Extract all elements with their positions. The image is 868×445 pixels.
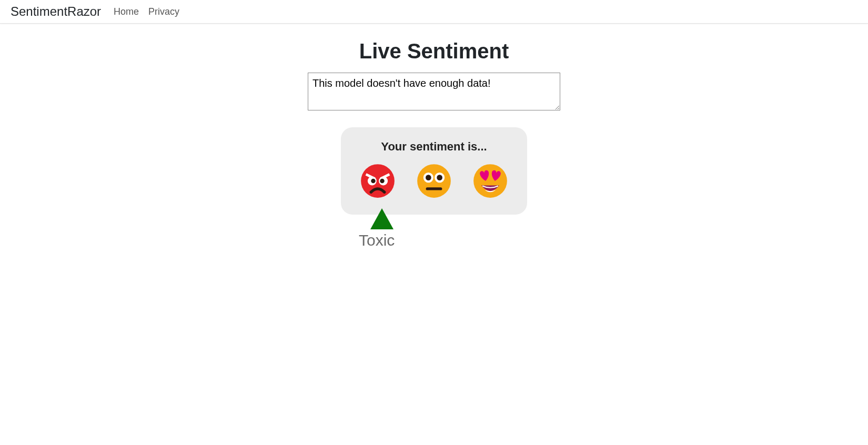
svg-point-9 xyxy=(437,175,442,180)
sentiment-marker: Toxic xyxy=(369,208,395,249)
emoji-row xyxy=(351,163,517,199)
page-title: Live Sentiment xyxy=(0,39,868,63)
svg-point-5 xyxy=(417,164,451,198)
svg-point-4 xyxy=(380,179,385,184)
neutral-face-icon xyxy=(416,163,452,199)
card-title: Your sentiment is... xyxy=(351,140,517,154)
svg-point-8 xyxy=(426,175,431,180)
nav-home[interactable]: Home xyxy=(114,6,139,17)
nav-privacy[interactable]: Privacy xyxy=(148,6,179,17)
input-wrap xyxy=(0,73,868,110)
angry-face-icon xyxy=(360,163,396,199)
marker-label: Toxic xyxy=(359,231,395,249)
sentiment-input[interactable] xyxy=(308,73,560,110)
svg-point-3 xyxy=(371,179,376,184)
marker-wrap: Toxic xyxy=(341,215,527,267)
heart-eyes-face-icon xyxy=(472,163,508,199)
sentiment-card: Your sentiment is... xyxy=(341,127,527,215)
navbar: SentimentRazor Home Privacy xyxy=(0,0,868,24)
svg-point-11 xyxy=(473,164,507,198)
main-content: Live Sentiment Your sentiment is... xyxy=(0,24,868,267)
svg-point-0 xyxy=(361,164,395,198)
marker-triangle-icon xyxy=(370,208,393,229)
brand-link[interactable]: SentimentRazor xyxy=(11,4,101,19)
